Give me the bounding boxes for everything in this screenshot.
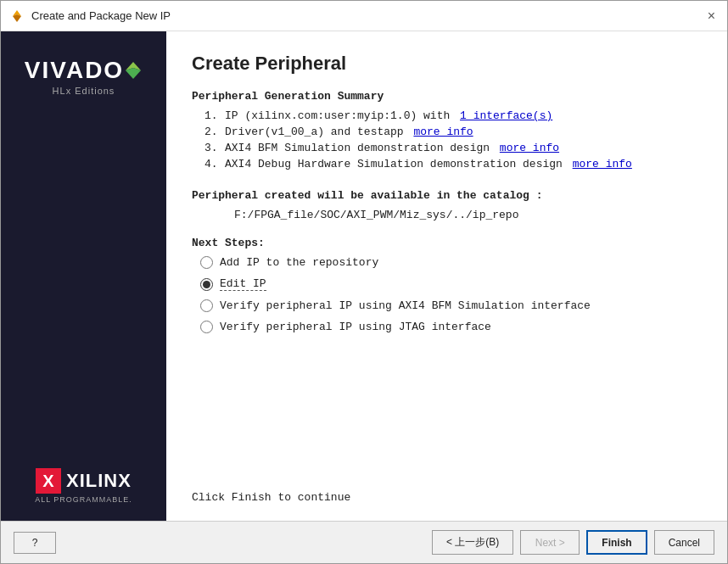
xilinx-name: XILINX [66, 470, 132, 492]
list-item: 1. IP (xilinx.com:user:myip:1.0) with 1 … [204, 109, 702, 122]
catalog-path: F:/FPGA_file/SOC/AXI_PWM/Miz_sys/../ip_r… [234, 209, 702, 221]
catalog-label: Peripheral created will be available in … [192, 189, 702, 202]
xilinx-tagline: ALL PROGRAMMABLE. [35, 495, 132, 504]
dialog-window: Create and Package New IP × VIVADO HLx E… [0, 0, 728, 564]
dialog-footer: ? < 上一步(B) Next > Finish Cancel [1, 521, 727, 563]
footer-right: < 上一步(B) Next > Finish Cancel [432, 530, 714, 555]
radio-item-verify-bfm[interactable]: Verify peripheral IP using AXI4 BFM Simu… [200, 299, 702, 312]
radio-label-add-ip: Add IP to the repository [220, 256, 378, 269]
vivado-hlx-label: HLx Editions [25, 86, 143, 96]
sidebar: VIVADO HLx Editions X XILINX ALL PROGRAM… [1, 31, 166, 521]
next-steps-section: Next Steps: Add IP to the repository Edi… [192, 237, 702, 333]
vivado-logo-text: VIVADO [25, 57, 143, 84]
radio-item-verify-jtag[interactable]: Verify peripheral IP using JTAG interfac… [200, 321, 702, 333]
interface-link[interactable]: 1 interface(s) [460, 109, 552, 122]
xilinx-brand: X XILINX [36, 468, 132, 494]
radio-edit-ip[interactable] [200, 278, 213, 291]
dialog-body: VIVADO HLx Editions X XILINX ALL PROGRAM… [1, 31, 727, 521]
list-item: 2. Driver(v1_00_a) and testapp more info [204, 126, 702, 138]
radio-item-add-ip[interactable]: Add IP to the repository [200, 256, 702, 269]
radio-label-verify-jtag: Verify peripheral IP using JTAG interfac… [220, 321, 491, 333]
bfm-more-info-link[interactable]: more info [500, 142, 559, 154]
radio-label-edit-ip: Edit IP [220, 277, 266, 291]
cancel-button[interactable]: Cancel [654, 530, 714, 555]
titlebar-title: Create and Package New IP [31, 9, 171, 22]
page-title: Create Peripheral [192, 53, 702, 75]
back-button[interactable]: < 上一步(B) [432, 530, 513, 555]
xilinx-logo: X XILINX ALL PROGRAMMABLE. [35, 468, 132, 504]
radio-verify-bfm[interactable] [200, 299, 213, 312]
vivado-leaf-icon [124, 61, 143, 80]
finish-note: Click Finish to continue [192, 474, 702, 504]
next-button[interactable]: Next > [520, 530, 580, 555]
titlebar-left: Create and Package New IP [9, 8, 171, 24]
main-content: Create Peripheral Peripheral Generation … [166, 31, 727, 521]
driver-more-info-link[interactable]: more info [413, 126, 473, 138]
vivado-logo: VIVADO HLx Editions [25, 57, 143, 96]
radio-label-verify-bfm: Verify peripheral IP using AXI4 BFM Simu… [220, 299, 591, 312]
summary-label: Peripheral Generation Summary [192, 90, 702, 103]
summary-list: 1. IP (xilinx.com:user:myip:1.0) with 1 … [204, 109, 702, 174]
radio-verify-jtag[interactable] [200, 321, 213, 333]
radio-item-edit-ip[interactable]: Edit IP [200, 277, 702, 291]
xilinx-x-icon: X [36, 468, 61, 494]
help-button[interactable]: ? [14, 532, 56, 554]
close-button[interactable]: × [704, 9, 719, 23]
list-item: 4. AXI4 Debug Hardware Simulation demons… [204, 158, 702, 170]
finish-button[interactable]: Finish [586, 530, 647, 555]
debug-more-info-link[interactable]: more info [573, 158, 632, 170]
list-item: 3. AXI4 BFM Simulation demonstration des… [204, 142, 702, 154]
next-steps-label: Next Steps: [192, 237, 702, 249]
radio-group: Add IP to the repository Edit IP Verify … [200, 256, 702, 333]
vivado-icon [9, 8, 25, 24]
footer-left: ? [14, 532, 56, 554]
catalog-section: Peripheral created will be available in … [192, 189, 702, 221]
titlebar: Create and Package New IP × [1, 1, 727, 31]
radio-add-ip[interactable] [200, 256, 213, 269]
